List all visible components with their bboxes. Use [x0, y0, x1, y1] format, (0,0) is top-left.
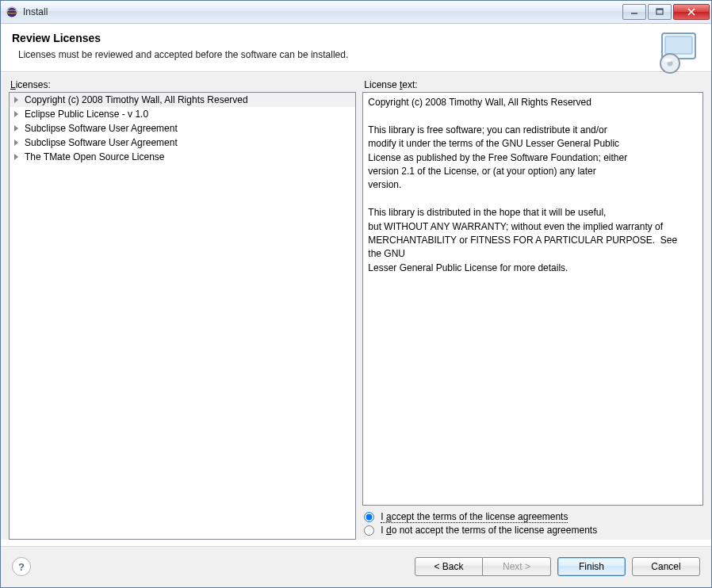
license-item-label: Subclipse Software User Agreement: [25, 123, 178, 134]
svg-rect-8: [665, 36, 692, 54]
license-item[interactable]: Subclipse Software User Agreement: [10, 136, 355, 150]
maximize-button[interactable]: [648, 4, 672, 20]
wizard-footer: ? < Back Next > Finish Cancel: [1, 548, 711, 587]
chevron-right-icon[interactable]: [14, 139, 18, 146]
page-subtitle: Licenses must be reviewed and accepted b…: [18, 49, 699, 60]
chevron-right-icon[interactable]: [14, 125, 18, 132]
license-item[interactable]: The TMate Open Source License: [10, 150, 355, 164]
chevron-right-icon[interactable]: [14, 154, 18, 160]
accept-radio-label: I accept the terms of the license agreem…: [381, 511, 568, 523]
install-dialog: Install Review Licenses Licenses must be…: [0, 0, 712, 588]
licenses-label: Licenses:: [9, 79, 356, 90]
license-item[interactable]: Eclipse Public License - v 1.0: [10, 107, 355, 121]
titlebar[interactable]: Install: [1, 1, 711, 24]
accept-radio-row[interactable]: I accept the terms of the license agreem…: [364, 510, 702, 524]
license-text-column: License text: Copyright (c) 2008 Timothy…: [362, 79, 703, 540]
license-item[interactable]: Copyright (c) 2008 Timothy Wall, All Rig…: [10, 93, 355, 107]
next-button[interactable]: Next >: [483, 557, 551, 576]
license-text-label: License text:: [362, 79, 703, 90]
wizard-header: Review Licenses Licenses must be reviewe…: [1, 24, 711, 72]
reject-radio-label: I do not accept the terms of the license…: [381, 525, 597, 536]
reject-radio[interactable]: [364, 525, 374, 536]
eclipse-icon: [6, 6, 18, 18]
finish-button[interactable]: Finish: [557, 557, 626, 576]
accept-radio[interactable]: [364, 512, 374, 522]
wizard-content: Licenses: Copyright (c) 2008 Timothy Wal…: [1, 72, 711, 540]
license-item-label: Subclipse Software User Agreement: [25, 137, 178, 148]
license-item-label: The TMate Open Source License: [25, 151, 165, 162]
window-title: Install: [23, 6, 622, 17]
back-button[interactable]: < Back: [415, 557, 483, 576]
license-item[interactable]: Subclipse Software User Agreement: [10, 121, 355, 136]
licenses-column: Licenses: Copyright (c) 2008 Timothy Wal…: [9, 79, 356, 540]
licenses-list[interactable]: Copyright (c) 2008 Timothy Wall, All Rig…: [9, 92, 356, 540]
license-item-label: Copyright (c) 2008 Timothy Wall, All Rig…: [25, 94, 248, 105]
chevron-right-icon[interactable]: [14, 111, 18, 117]
close-button[interactable]: [673, 4, 710, 20]
window-controls: [622, 4, 710, 20]
page-title: Review Licenses: [12, 32, 699, 44]
svg-point-11: [664, 59, 672, 63]
help-icon[interactable]: ?: [12, 557, 31, 576]
chevron-right-icon[interactable]: [14, 97, 18, 103]
agreement-radios: I accept the terms of the license agreem…: [362, 506, 703, 540]
license-text-area[interactable]: Copyright (c) 2008 Timothy Wall, All Rig…: [362, 92, 703, 506]
minimize-button[interactable]: [622, 4, 646, 20]
reject-radio-row[interactable]: I do not accept the terms of the license…: [364, 524, 702, 536]
license-item-label: Eclipse Public License - v 1.0: [25, 109, 148, 120]
install-icon: [656, 30, 700, 74]
cancel-button[interactable]: Cancel: [632, 557, 700, 576]
